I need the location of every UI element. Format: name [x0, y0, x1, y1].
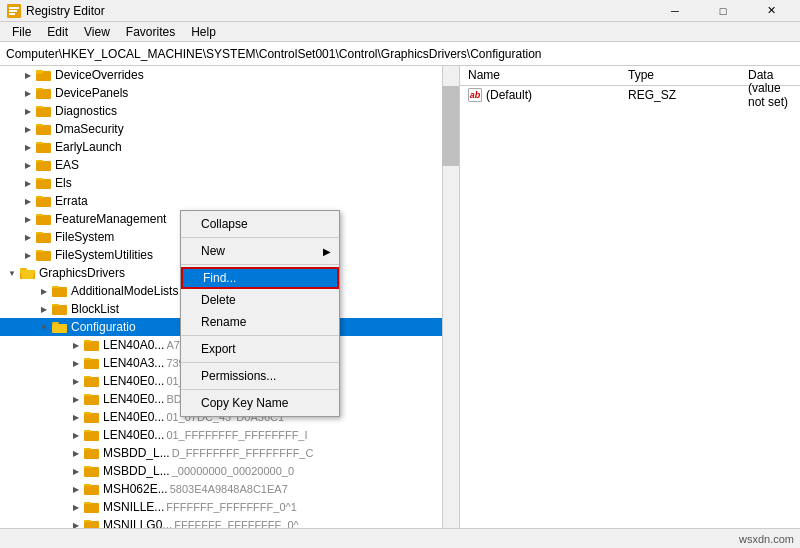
svg-rect-24	[36, 232, 43, 234]
svg-rect-23	[36, 233, 51, 243]
expander-icon: ▶	[20, 193, 36, 209]
tree-item-msh062e[interactable]: ▶ MSH062E... 5803E4A9848A8C1EA7	[0, 480, 459, 498]
expander-icon: ▶	[68, 463, 84, 479]
ctx-new[interactable]: New ▶	[181, 240, 339, 262]
tree-item-dmasecurity[interactable]: ▶ DmaSecurity	[0, 120, 459, 138]
svg-rect-8	[36, 88, 43, 90]
svg-rect-6	[36, 70, 43, 72]
tree-label: MSH062E...	[103, 482, 168, 496]
expander-icon: ▶	[20, 175, 36, 191]
menu-edit[interactable]: Edit	[39, 23, 76, 41]
address-path: \HKEY_LOCAL_MACHINE\SYSTEM\ControlSet001…	[59, 47, 794, 61]
ctx-collapse[interactable]: Collapse	[181, 213, 339, 235]
svg-rect-33	[52, 304, 59, 306]
svg-rect-49	[84, 448, 91, 450]
scrollbar-thumb[interactable]	[442, 86, 459, 166]
svg-rect-7	[36, 89, 51, 99]
svg-rect-25	[36, 251, 51, 261]
ctx-separator	[181, 264, 339, 265]
tree-item-len40e0-4[interactable]: ▶ LEN40E0... 01_FFFFFFFF_FFFFFFFF_I	[0, 426, 459, 444]
ctx-find[interactable]: Find...	[181, 267, 339, 289]
svg-rect-3	[9, 13, 15, 15]
folder-icon-open	[20, 266, 36, 280]
tree-item-msnillg0[interactable]: ▶ MSNILLG0... FFFFFFF_FFFFFFFF_0^	[0, 516, 459, 528]
tree-label: DmaSecurity	[55, 122, 124, 136]
svg-rect-56	[84, 521, 99, 528]
tree-item-msnille[interactable]: ▶ MSNILLE... FFFFFFF_FFFFFFFF_0^1	[0, 498, 459, 516]
reg-value-icon: ab	[468, 88, 482, 102]
tree-label: MSNILLE...	[103, 500, 164, 514]
menu-file[interactable]: File	[4, 23, 39, 41]
folder-icon	[84, 482, 100, 496]
key-suffix: D_FFFFFFFF_FFFFFFFF_C	[172, 447, 314, 459]
svg-rect-9	[36, 107, 51, 117]
cell-data: (value not set)	[740, 79, 800, 111]
tree-label: DeviceOverrides	[55, 68, 144, 82]
ctx-separator	[181, 389, 339, 390]
svg-rect-17	[36, 179, 51, 189]
expander-icon: ▶	[20, 121, 36, 137]
svg-rect-57	[84, 520, 91, 522]
key-suffix: _00000000_00020000_0	[172, 465, 294, 477]
tree-scrollbar[interactable]	[442, 66, 459, 528]
svg-rect-52	[84, 485, 99, 495]
folder-icon-open-selected	[52, 320, 68, 334]
svg-rect-10	[36, 106, 43, 108]
menu-favorites[interactable]: Favorites	[118, 23, 183, 41]
ctx-label: Permissions...	[201, 369, 276, 383]
svg-rect-47	[84, 430, 91, 432]
folder-icon	[84, 392, 100, 406]
tree-item-earlylaunch[interactable]: ▶ EarlyLaunch	[0, 138, 459, 156]
expander-icon: ▶	[68, 409, 84, 425]
ctx-rename[interactable]: Rename	[181, 311, 339, 333]
ctx-delete[interactable]: Delete	[181, 289, 339, 311]
svg-rect-18	[36, 178, 43, 180]
folder-icon	[36, 158, 52, 172]
menu-help[interactable]: Help	[183, 23, 224, 41]
submenu-arrow-icon: ▶	[323, 246, 331, 257]
close-button[interactable]: ✕	[748, 0, 794, 22]
svg-rect-15	[36, 161, 51, 171]
title-bar: Registry Editor ─ □ ✕	[0, 0, 800, 22]
folder-icon	[36, 104, 52, 118]
tree-label: MSNILLG0...	[103, 518, 172, 528]
ctx-permissions[interactable]: Permissions...	[181, 365, 339, 387]
expander-icon: ▶	[68, 391, 84, 407]
tree-label: FileSystemUtilities	[55, 248, 153, 262]
svg-rect-54	[84, 503, 99, 513]
tree-item-msbdd-1[interactable]: ▶ MSBDD_L... D_FFFFFFFF_FFFFFFFF_C	[0, 444, 459, 462]
minimize-button[interactable]: ─	[652, 0, 698, 22]
col-header-name: Name	[460, 66, 620, 85]
tree-label: Els	[55, 176, 72, 190]
svg-rect-42	[84, 395, 99, 405]
tree-item-diagnostics[interactable]: ▶ Diagnostics	[0, 102, 459, 120]
svg-rect-13	[36, 143, 51, 153]
folder-icon	[36, 194, 52, 208]
tree-item-devicepanels[interactable]: ▶ DevicePanels	[0, 84, 459, 102]
cell-type: REG_SZ	[620, 86, 740, 104]
address-label: Computer	[6, 47, 59, 61]
folder-icon	[36, 122, 52, 136]
ctx-separator	[181, 237, 339, 238]
tree-item-msbdd-2[interactable]: ▶ MSBDD_L... _00000000_00020000_0	[0, 462, 459, 480]
expander-icon: ▶	[20, 229, 36, 245]
address-bar: Computer \HKEY_LOCAL_MACHINE\SYSTEM\Cont…	[0, 42, 800, 66]
menu-view[interactable]: View	[76, 23, 118, 41]
window-title: Registry Editor	[26, 4, 105, 18]
ctx-copy-key-name[interactable]: Copy Key Name	[181, 392, 339, 414]
folder-icon	[84, 518, 100, 528]
folder-icon	[52, 302, 68, 316]
tree-item-deviceoverrides[interactable]: ▶ DeviceOverrides	[0, 66, 459, 84]
tree-label: FileSystem	[55, 230, 114, 244]
tree-item-els[interactable]: ▶ Els	[0, 174, 459, 192]
window-controls: ─ □ ✕	[652, 0, 794, 22]
expander-icon: ▶	[68, 517, 84, 528]
ctx-export[interactable]: Export	[181, 338, 339, 360]
tree-item-errata[interactable]: ▶ Errata	[0, 192, 459, 210]
ctx-label: Export	[201, 342, 236, 356]
tree-item-eas[interactable]: ▶ EAS	[0, 156, 459, 174]
maximize-button[interactable]: □	[700, 0, 746, 22]
expander-icon: ▶	[20, 247, 36, 263]
tree-label: LEN40E0...	[103, 374, 164, 388]
svg-rect-30	[52, 287, 67, 297]
